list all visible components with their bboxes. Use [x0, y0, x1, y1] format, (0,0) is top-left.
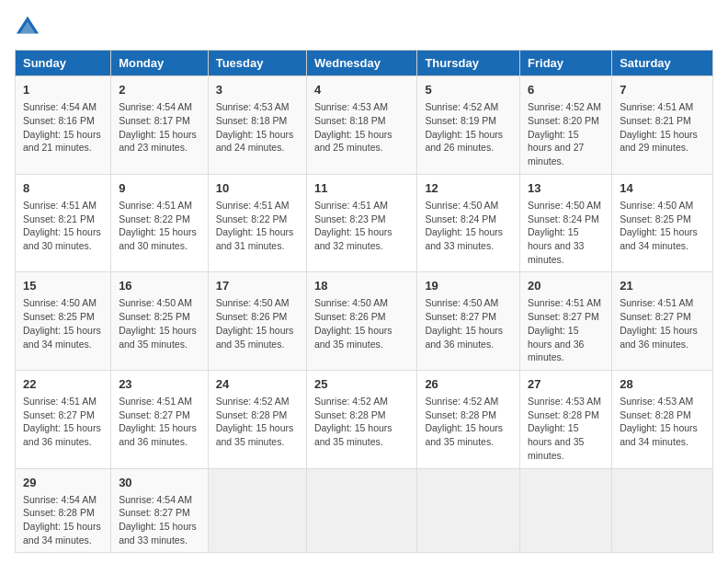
calendar-cell: 29Sunrise: 4:54 AMSunset: 8:28 PMDayligh…: [16, 468, 111, 553]
weekday-header-thursday: Thursday: [417, 51, 520, 76]
calendar-cell: 8Sunrise: 4:51 AMSunset: 8:21 PMDaylight…: [16, 174, 111, 272]
day-number: 15: [23, 278, 103, 294]
weekday-header-sunday: Sunday: [16, 51, 111, 76]
day-info: Sunrise: 4:51 AMSunset: 8:27 PMDaylight:…: [119, 395, 200, 449]
day-info: Sunrise: 4:54 AMSunset: 8:17 PMDaylight:…: [119, 100, 200, 155]
calendar-cell: [208, 468, 306, 553]
calendar-cell: 4Sunrise: 4:53 AMSunset: 8:18 PMDaylight…: [306, 76, 416, 175]
day-number: 26: [425, 376, 512, 393]
calendar-week-row: 1Sunrise: 4:54 AMSunset: 8:16 PMDaylight…: [16, 76, 713, 175]
calendar-cell: 26Sunrise: 4:52 AMSunset: 8:28 PMDayligh…: [417, 370, 520, 468]
day-number: 19: [425, 278, 512, 294]
day-number: 2: [119, 82, 200, 98]
calendar-cell: 2Sunrise: 4:54 AMSunset: 8:17 PMDaylight…: [111, 76, 209, 175]
calendar-cell: 30Sunrise: 4:54 AMSunset: 8:27 PMDayligh…: [111, 468, 209, 553]
day-info: Sunrise: 4:53 AMSunset: 8:28 PMDaylight:…: [528, 395, 604, 462]
day-info: Sunrise: 4:52 AMSunset: 8:19 PMDaylight:…: [425, 100, 512, 155]
day-info: Sunrise: 4:50 AMSunset: 8:25 PMDaylight:…: [620, 199, 705, 253]
calendar-cell: 18Sunrise: 4:50 AMSunset: 8:26 PMDayligh…: [306, 272, 416, 371]
calendar-cell: 23Sunrise: 4:51 AMSunset: 8:27 PMDayligh…: [111, 370, 209, 468]
logo-icon: [15, 15, 40, 40]
weekday-header-tuesday: Tuesday: [208, 51, 306, 76]
calendar-cell: [306, 468, 416, 553]
calendar-week-row: 8Sunrise: 4:51 AMSunset: 8:21 PMDaylight…: [16, 174, 713, 272]
calendar-cell: 3Sunrise: 4:53 AMSunset: 8:18 PMDaylight…: [208, 76, 306, 175]
day-info: Sunrise: 4:50 AMSunset: 8:26 PMDaylight:…: [216, 296, 299, 350]
day-info: Sunrise: 4:50 AMSunset: 8:25 PMDaylight:…: [119, 296, 200, 350]
calendar-cell: [612, 468, 713, 553]
day-info: Sunrise: 4:51 AMSunset: 8:21 PMDaylight:…: [620, 100, 705, 155]
day-number: 6: [528, 82, 604, 98]
calendar-week-row: 15Sunrise: 4:50 AMSunset: 8:25 PMDayligh…: [16, 272, 713, 371]
day-number: 25: [314, 376, 409, 393]
day-info: Sunrise: 4:52 AMSunset: 8:28 PMDaylight:…: [425, 395, 512, 449]
calendar-cell: 17Sunrise: 4:50 AMSunset: 8:26 PMDayligh…: [208, 272, 306, 371]
calendar-cell: 28Sunrise: 4:53 AMSunset: 8:28 PMDayligh…: [612, 370, 713, 468]
calendar-cell: 13Sunrise: 4:50 AMSunset: 8:24 PMDayligh…: [520, 174, 612, 272]
day-info: Sunrise: 4:53 AMSunset: 8:28 PMDaylight:…: [620, 395, 705, 449]
day-number: 17: [216, 278, 299, 294]
day-number: 22: [23, 376, 103, 393]
day-number: 21: [620, 278, 705, 294]
day-number: 12: [425, 180, 512, 197]
calendar-table: SundayMondayTuesdayWednesdayThursdayFrid…: [15, 50, 713, 553]
day-info: Sunrise: 4:51 AMSunset: 8:23 PMDaylight:…: [314, 199, 409, 253]
day-number: 28: [620, 376, 705, 393]
day-number: 5: [425, 82, 512, 98]
calendar-cell: 14Sunrise: 4:50 AMSunset: 8:25 PMDayligh…: [612, 174, 713, 272]
calendar-cell: [520, 468, 612, 553]
day-number: 23: [119, 376, 200, 393]
calendar-cell: 22Sunrise: 4:51 AMSunset: 8:27 PMDayligh…: [16, 370, 111, 468]
calendar-cell: 21Sunrise: 4:51 AMSunset: 8:27 PMDayligh…: [612, 272, 713, 371]
calendar-cell: 5Sunrise: 4:52 AMSunset: 8:19 PMDaylight…: [417, 76, 520, 175]
day-info: Sunrise: 4:54 AMSunset: 8:27 PMDaylight:…: [119, 493, 200, 547]
calendar-cell: [417, 468, 520, 553]
calendar-cell: 9Sunrise: 4:51 AMSunset: 8:22 PMDaylight…: [111, 174, 209, 272]
calendar-week-row: 29Sunrise: 4:54 AMSunset: 8:28 PMDayligh…: [16, 468, 713, 553]
day-number: 14: [620, 180, 705, 197]
calendar-header-row: SundayMondayTuesdayWednesdayThursdayFrid…: [16, 51, 713, 76]
calendar-cell: 20Sunrise: 4:51 AMSunset: 8:27 PMDayligh…: [520, 272, 612, 371]
day-info: Sunrise: 4:51 AMSunset: 8:21 PMDaylight:…: [23, 199, 103, 253]
weekday-header-friday: Friday: [520, 51, 612, 76]
day-number: 20: [528, 278, 604, 294]
day-number: 1: [23, 82, 103, 98]
calendar-cell: 16Sunrise: 4:50 AMSunset: 8:25 PMDayligh…: [111, 272, 209, 371]
day-number: 4: [314, 82, 409, 98]
day-info: Sunrise: 4:51 AMSunset: 8:27 PMDaylight:…: [528, 296, 604, 363]
day-info: Sunrise: 4:51 AMSunset: 8:27 PMDaylight:…: [620, 296, 705, 350]
day-number: 10: [216, 180, 299, 197]
calendar-cell: 27Sunrise: 4:53 AMSunset: 8:28 PMDayligh…: [520, 370, 612, 468]
weekday-header-saturday: Saturday: [612, 51, 713, 76]
calendar-cell: 11Sunrise: 4:51 AMSunset: 8:23 PMDayligh…: [306, 174, 416, 272]
calendar-cell: 15Sunrise: 4:50 AMSunset: 8:25 PMDayligh…: [16, 272, 111, 371]
day-info: Sunrise: 4:51 AMSunset: 8:22 PMDaylight:…: [216, 199, 299, 253]
day-info: Sunrise: 4:50 AMSunset: 8:26 PMDaylight:…: [314, 296, 409, 350]
weekday-header-monday: Monday: [111, 51, 209, 76]
day-number: 27: [528, 376, 604, 393]
day-number: 18: [314, 278, 409, 294]
day-info: Sunrise: 4:50 AMSunset: 8:24 PMDaylight:…: [528, 199, 604, 266]
day-info: Sunrise: 4:50 AMSunset: 8:24 PMDaylight:…: [425, 199, 512, 253]
day-number: 7: [620, 82, 705, 98]
calendar-cell: 25Sunrise: 4:52 AMSunset: 8:28 PMDayligh…: [306, 370, 416, 468]
day-info: Sunrise: 4:52 AMSunset: 8:28 PMDaylight:…: [216, 395, 299, 449]
calendar-cell: 24Sunrise: 4:52 AMSunset: 8:28 PMDayligh…: [208, 370, 306, 468]
day-info: Sunrise: 4:53 AMSunset: 8:18 PMDaylight:…: [314, 100, 409, 155]
day-number: 8: [23, 180, 103, 197]
calendar-cell: 10Sunrise: 4:51 AMSunset: 8:22 PMDayligh…: [208, 174, 306, 272]
day-number: 13: [528, 180, 604, 197]
day-info: Sunrise: 4:51 AMSunset: 8:22 PMDaylight:…: [119, 199, 200, 253]
logo: [15, 15, 44, 40]
day-number: 29: [23, 475, 103, 491]
calendar-cell: 12Sunrise: 4:50 AMSunset: 8:24 PMDayligh…: [417, 174, 520, 272]
day-info: Sunrise: 4:51 AMSunset: 8:27 PMDaylight:…: [23, 395, 103, 449]
day-number: 30: [119, 475, 200, 491]
day-info: Sunrise: 4:54 AMSunset: 8:28 PMDaylight:…: [23, 493, 103, 547]
calendar-cell: 19Sunrise: 4:50 AMSunset: 8:27 PMDayligh…: [417, 272, 520, 371]
calendar-cell: 1Sunrise: 4:54 AMSunset: 8:16 PMDaylight…: [16, 76, 111, 175]
day-number: 3: [216, 82, 299, 98]
day-info: Sunrise: 4:50 AMSunset: 8:27 PMDaylight:…: [425, 296, 512, 350]
weekday-header-wednesday: Wednesday: [306, 51, 416, 76]
calendar-week-row: 22Sunrise: 4:51 AMSunset: 8:27 PMDayligh…: [16, 370, 713, 468]
